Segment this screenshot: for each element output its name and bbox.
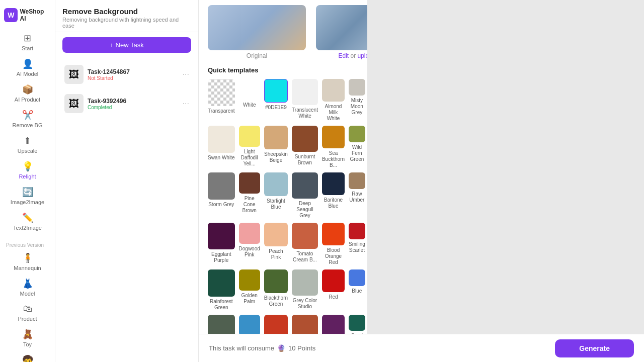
template-swatch[interactable] — [264, 223, 288, 246]
template-swatch[interactable] — [349, 79, 365, 96]
template-swatch[interactable] — [292, 79, 318, 105]
template-swatch[interactable] — [349, 172, 365, 189]
bottom-bar: This task will consume 🔮 10 Points Gener… — [199, 334, 367, 362]
template-item[interactable]: Storm Grey — [208, 172, 235, 219]
original-image — [208, 5, 306, 50]
template-swatch[interactable] — [349, 223, 365, 239]
template-name: Translucent White — [292, 107, 318, 119]
template-item[interactable]: Raw Umber — [349, 172, 365, 219]
templates-grid: TransparentWhite✎ Edit#0DE1E9Translucent… — [208, 79, 358, 358]
main-content: Original Edit or upload mask Quick templ… — [199, 0, 367, 362]
sidebar-item-image2image[interactable]: 🔄 Image2Image — [0, 183, 55, 209]
template-item[interactable]: Blood Orange Red — [322, 223, 345, 265]
template-swatch[interactable] — [292, 269, 318, 296]
task-more-icon[interactable]: ··· — [183, 70, 189, 79]
sidebar-item-text2image[interactable]: ✏️ Text2Image — [0, 209, 55, 234]
template-item[interactable]: Sheepskin Beige — [264, 126, 288, 168]
template-swatch[interactable] — [208, 223, 235, 250]
template-item[interactable]: Smiling Scarlet — [349, 223, 365, 265]
template-swatch[interactable] — [322, 79, 345, 102]
template-swatch[interactable] — [239, 172, 260, 194]
upload-mask-link[interactable]: upload mask — [358, 52, 368, 59]
template-name: Golden Palm — [239, 293, 260, 305]
template-swatch[interactable] — [349, 269, 365, 286]
sidebar-item-upscale[interactable]: ⬆ Upscale — [0, 132, 55, 157]
template-swatch[interactable]: ✎ Edit — [264, 79, 288, 103]
sidebar-item-toy[interactable]: 🧸 Toy — [0, 325, 55, 351]
template-swatch[interactable] — [239, 126, 260, 147]
template-name: Red — [329, 294, 338, 300]
template-item[interactable]: White — [239, 79, 260, 122]
template-item[interactable]: Deep Seagull Grey — [292, 172, 318, 219]
sidebar-item-children[interactable]: 🧒 Children — [0, 351, 55, 362]
sidebar-item-remove-bg[interactable]: ✂️ Remove BG — [0, 106, 55, 132]
sidebar-item-ai-product[interactable]: 📦 AI Product — [0, 80, 55, 106]
template-item[interactable]: Baritone Blue — [322, 172, 345, 219]
template-swatch[interactable] — [239, 315, 260, 336]
task-item[interactable]: 🖼 Task-9392496 Completed ··· — [60, 90, 193, 117]
sidebar-item-start[interactable]: ⊞ Start — [0, 29, 55, 55]
template-item[interactable]: Pine Cone Brown — [239, 172, 260, 219]
upscale-icon: ⬆ — [24, 135, 31, 146]
task-more-icon[interactable]: ··· — [183, 99, 189, 108]
template-swatch[interactable] — [322, 172, 345, 195]
template-item[interactable]: Almond Milk White — [322, 79, 345, 122]
sidebar-item-label: Mannequin — [14, 265, 41, 271]
template-swatch[interactable] — [208, 79, 235, 106]
template-name: Swan White — [208, 155, 234, 161]
template-name: Baritone Blue — [322, 197, 345, 209]
template-item[interactable]: Misty Moon Grey — [349, 79, 365, 122]
template-item[interactable]: Red — [322, 269, 345, 311]
template-swatch[interactable] — [208, 269, 235, 297]
template-swatch[interactable] — [208, 126, 235, 153]
template-item[interactable]: Blackthorn Green — [264, 269, 288, 311]
template-item[interactable]: Dogwood Pink — [239, 223, 260, 265]
template-item[interactable]: Starlight Blue — [264, 172, 288, 219]
template-item[interactable]: Sea Buckthorn B... — [322, 126, 345, 168]
template-swatch[interactable] — [239, 269, 260, 291]
template-item[interactable]: Eggplant Purple — [208, 223, 235, 265]
template-swatch[interactable] — [292, 172, 318, 199]
template-swatch[interactable] — [264, 172, 288, 196]
sidebar-item-model[interactable]: 👗 Model — [0, 275, 55, 300]
template-swatch[interactable] — [349, 315, 365, 331]
template-name: Rainforest Green — [208, 299, 235, 311]
template-swatch[interactable] — [322, 126, 345, 148]
template-item[interactable]: Grey Color Studio — [292, 269, 318, 311]
new-task-button[interactable]: + New Task — [62, 37, 191, 53]
template-item[interactable]: Peach Pink — [264, 223, 288, 265]
sidebar-item-label: Model — [20, 291, 35, 297]
template-item[interactable]: Golden Palm — [239, 269, 260, 311]
template-swatch[interactable] — [322, 223, 345, 245]
template-swatch[interactable] — [264, 269, 288, 293]
template-item[interactable]: Sunburnt Brown — [292, 126, 318, 168]
sidebar-item-label: Product — [18, 316, 37, 322]
sidebar-item-relight[interactable]: 💡 Relight — [0, 157, 55, 183]
template-item[interactable]: Tomato Cream B... — [292, 223, 318, 265]
sidebar-item-ai-model[interactable]: 👤 AI Model — [0, 55, 55, 80]
sidebar-item-label: Image2Image — [11, 199, 44, 205]
template-swatch[interactable] — [349, 126, 365, 142]
template-item[interactable]: Light Daffodil Yell... — [239, 126, 260, 168]
template-swatch[interactable] — [264, 126, 288, 149]
template-swatch[interactable] — [239, 79, 260, 100]
sidebar-item-mannequin[interactable]: 🧍 Mannequin — [0, 249, 55, 275]
sidebar-item-product[interactable]: 🛍 Product — [0, 300, 55, 325]
task-item[interactable]: 🖼 Task-12454867 Not Started ··· — [60, 61, 193, 88]
task-status: Not Started — [88, 75, 179, 81]
template-swatch[interactable] — [322, 269, 345, 292]
template-item[interactable]: Translucent White — [292, 79, 318, 122]
template-item[interactable]: ✎ Edit#0DE1E9 — [264, 79, 288, 122]
template-name: Storm Grey — [208, 202, 234, 208]
template-swatch[interactable] — [292, 223, 318, 249]
template-swatch[interactable] — [208, 172, 235, 200]
template-swatch[interactable] — [239, 223, 260, 244]
task-list: 🖼 Task-12454867 Not Started ··· 🖼 Task-9… — [55, 58, 198, 362]
template-item[interactable]: Swan White — [208, 126, 235, 168]
template-item[interactable]: Blue — [349, 269, 365, 311]
template-item[interactable]: Transparent — [208, 79, 235, 122]
template-item[interactable]: Wild Fern Green — [349, 126, 365, 168]
edit-link[interactable]: Edit — [338, 52, 349, 59]
template-swatch[interactable] — [292, 126, 318, 152]
template-item[interactable]: Rainforest Green — [208, 269, 235, 311]
